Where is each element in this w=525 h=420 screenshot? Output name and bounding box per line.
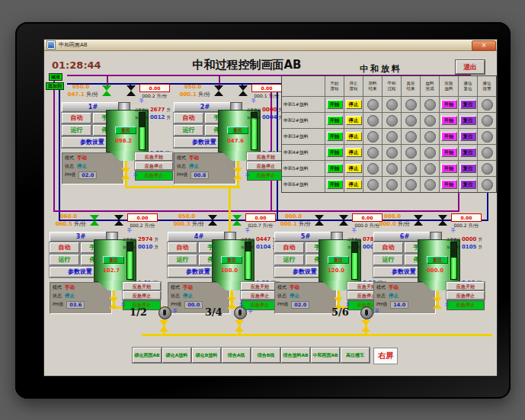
auto-button[interactable]: 自动	[50, 242, 79, 253]
supply-valve-icon[interactable]	[101, 85, 112, 96]
emergency-discharge-button[interactable]: 开始	[441, 132, 457, 141]
ph-label: PH值	[277, 301, 288, 308]
level-reset-button[interactable]: 复位	[460, 164, 476, 173]
stop-button[interactable]: 停止	[346, 180, 362, 189]
emergency-stop-button[interactable]: 应急停止	[247, 162, 285, 170]
start-button[interactable]: 开始	[327, 164, 343, 173]
tank-reset-button[interactable]: 复位	[103, 256, 124, 264]
emergency-discharge-button[interactable]: 开始	[441, 148, 457, 157]
start-button[interactable]: 开始	[327, 148, 343, 157]
tank-reset-button[interactable]: 复位	[115, 127, 136, 134]
run-button[interactable]: 运行	[373, 255, 403, 265]
start-button[interactable]: 开始	[327, 132, 343, 141]
nav-button[interactable]: 磺化A放料	[162, 348, 191, 363]
emergency-discharge-button[interactable]: 开始	[441, 116, 457, 125]
totalizer2-label: 加料累积	[347, 245, 361, 249]
pump-icon[interactable]	[234, 306, 247, 319]
additive-valve-icon[interactable]	[114, 215, 124, 226]
auto-button[interactable]: 自动	[174, 113, 203, 123]
supply-valve-icon[interactable]	[89, 215, 100, 226]
emergency-start-button[interactable]: 应急开始	[135, 152, 173, 161]
start-button[interactable]: 开始	[327, 100, 343, 109]
nav-button[interactable]: 磺化画面AB	[133, 348, 162, 363]
totalizer1-value: 2974	[138, 236, 152, 242]
level-reset-button[interactable]: 复位	[460, 180, 476, 189]
tank-reset-button[interactable]: 复位	[328, 256, 349, 264]
supply-valve-icon[interactable]	[207, 215, 218, 226]
nav-button[interactable]: 磺化B放料	[192, 348, 221, 363]
start-button[interactable]: 开始	[327, 180, 343, 189]
supply-valve-icon[interactable]	[413, 215, 424, 226]
additive-valve-icon[interactable]	[126, 85, 136, 96]
stop-button[interactable]: 停止	[346, 132, 362, 141]
run-button[interactable]: 运行	[50, 255, 79, 265]
supply-valve-icon[interactable]	[314, 215, 325, 226]
pump-valve-icon[interactable]	[159, 320, 168, 332]
state-value: 停止	[389, 293, 399, 300]
auto-button[interactable]: 自动	[62, 113, 91, 123]
run-button[interactable]: 运行	[174, 125, 203, 136]
stop-button[interactable]: 停止	[346, 100, 362, 109]
nav-button[interactable]: 综合放料AB	[281, 348, 310, 363]
nav-button[interactable]: 综合B线	[251, 348, 280, 363]
emergency-stop-button[interactable]: 应急停止	[123, 291, 161, 300]
run-button[interactable]: 运行	[274, 255, 304, 265]
nav-button[interactable]: 高位槽车	[341, 348, 370, 363]
totalizer2-value: 0012	[150, 114, 165, 120]
table-row: 中和4#放料 开始 停止 开始 复位	[282, 144, 496, 160]
supply-valve-icon[interactable]	[213, 85, 224, 96]
level-reset-button[interactable]: 复位	[460, 148, 476, 157]
mode-value: 手动	[183, 284, 193, 291]
pump-icon[interactable]	[360, 306, 373, 319]
auto-button[interactable]: 自动	[373, 242, 403, 253]
column-header: 放料 完成	[420, 76, 439, 96]
totalizer1-value: 2677	[150, 107, 165, 113]
stop-button[interactable]: 停止	[346, 148, 362, 157]
auto-button[interactable]: 自动	[168, 242, 197, 253]
emergency-stop-button[interactable]: 应急停止	[135, 162, 173, 170]
discharge-valve-icon[interactable]	[433, 297, 442, 309]
right-screen-button[interactable]: 右屏	[373, 348, 398, 364]
nav-button[interactable]: 中和画面AB	[311, 348, 340, 363]
pump-icon[interactable]	[158, 306, 171, 319]
totalizer1-value: 0447	[256, 236, 271, 242]
status-panel: 模式手动 状态停止 PH值03.6	[50, 282, 112, 314]
auto-button[interactable]: 自动	[274, 242, 304, 253]
run-button[interactable]: 运行	[168, 255, 197, 265]
stop-button[interactable]: 停止	[346, 164, 362, 173]
level-reset-button[interactable]: 复位	[460, 116, 476, 125]
tank-reset-button[interactable]: 复位	[227, 127, 248, 134]
level-reset-button[interactable]: 复位	[460, 132, 476, 141]
discharge-valve-icon[interactable]	[121, 168, 130, 179]
additive-valve-icon[interactable]	[437, 215, 448, 226]
emergency-start-button[interactable]: 应急开始	[247, 152, 285, 161]
emergency-discharge-button[interactable]: 开始	[441, 164, 457, 173]
additive-valve-icon[interactable]	[338, 215, 349, 226]
level-fill	[127, 252, 133, 279]
discharge-valve-icon[interactable]	[233, 168, 242, 179]
additive-valve-icon[interactable]	[232, 215, 242, 226]
emergency-discharge-button[interactable]: 开始	[441, 100, 457, 109]
tank-reset-button[interactable]: 复位	[427, 256, 448, 264]
start-button[interactable]: 开始	[327, 116, 343, 125]
tank-reset-button[interactable]: 复位	[221, 256, 242, 264]
neutralize-indicator	[386, 179, 398, 191]
feed-done-indicator	[367, 131, 379, 143]
window-titlebar[interactable]: 中和画面AB ×	[44, 40, 497, 51]
close-icon[interactable]: ×	[472, 40, 496, 51]
discharge-valve-icon[interactable]	[109, 297, 118, 309]
additive-valve-icon[interactable]	[238, 85, 248, 96]
run-button[interactable]: 运行	[62, 125, 91, 136]
nav-button[interactable]: 综合A线	[222, 348, 251, 363]
emergency-start-button[interactable]: 应急开始	[447, 282, 485, 290]
manual-flag: 手	[445, 302, 450, 309]
stop-button[interactable]: 停止	[346, 116, 362, 125]
emergency-stop-button[interactable]: 应急停止	[447, 291, 485, 300]
level-reset-button[interactable]: 复位	[460, 100, 476, 109]
exit-button[interactable]: 退出	[456, 60, 485, 74]
emergency-start-button[interactable]: 应急开始	[123, 282, 161, 290]
pump-valve-icon[interactable]	[361, 320, 370, 332]
pump-valve-icon[interactable]	[235, 320, 244, 332]
emergency-discharge-button[interactable]: 开始	[441, 180, 457, 189]
aux-flow-value: 000.2	[453, 223, 466, 228]
